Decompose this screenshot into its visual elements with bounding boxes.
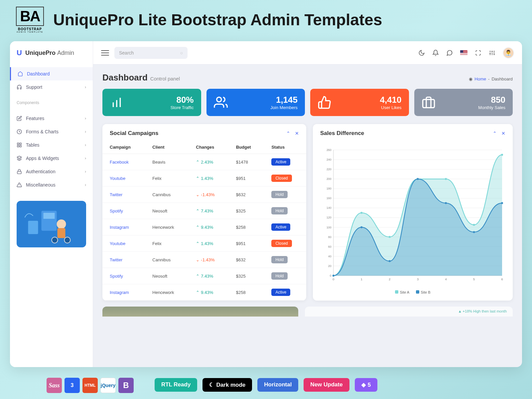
- svg-text:1: 1: [361, 277, 363, 281]
- page-subtitle: Control panel: [150, 76, 180, 81]
- messages-icon[interactable]: [446, 50, 453, 56]
- menu-toggle-button[interactable]: [101, 50, 109, 56]
- svg-rect-4: [17, 145, 19, 147]
- legend-site-a: Site A: [395, 290, 409, 294]
- svg-point-71: [501, 154, 503, 156]
- svg-text:140: 140: [327, 206, 332, 209]
- promo-card[interactable]: [17, 201, 86, 247]
- notifications-icon[interactable]: [432, 50, 439, 56]
- svg-point-76: [445, 202, 447, 204]
- new-update-pill[interactable]: New Update: [304, 378, 349, 392]
- status-badge: Hold: [271, 256, 288, 263]
- chevron-right-icon: ›: [85, 169, 86, 174]
- stat-label: User Likes: [380, 105, 401, 110]
- sidebar-item-support[interactable]: Support›: [10, 80, 93, 94]
- svg-text:20: 20: [328, 264, 332, 268]
- campaigns-table: CampaignClientChangesBudgetStatus Facebo…: [102, 141, 306, 301]
- horizontal-pill[interactable]: Horizontal: [257, 378, 298, 392]
- campaign-link[interactable]: Instagram: [102, 219, 145, 235]
- table-row: InstagramHencework⌃ 9.43%$258Active: [102, 219, 306, 235]
- svg-rect-2: [20, 143, 21, 145]
- search-icon: ○: [180, 50, 183, 56]
- campaign-link[interactable]: Twitter: [102, 187, 145, 203]
- svg-rect-5: [17, 171, 21, 174]
- close-icon[interactable]: ✕: [501, 131, 505, 136]
- table-row: InstagramHencework⌃ 9.43%$258Active: [102, 284, 306, 301]
- close-icon[interactable]: ✕: [295, 131, 299, 136]
- stat-value: 80%: [171, 95, 194, 105]
- bootstrap-icon: ◆: [361, 381, 366, 388]
- rtl-ready-pill[interactable]: RTL Ready: [155, 378, 198, 392]
- sidebar-item-miscellaneous[interactable]: Miscellaneous›: [10, 178, 93, 192]
- sidebar-item-forms-charts[interactable]: Forms & Charts›: [10, 125, 93, 138]
- sidebar-item-apps-widgets[interactable]: Apps & Widgets›: [10, 152, 93, 165]
- sidebar-item-tables[interactable]: Tables›: [10, 138, 93, 152]
- campaign-link[interactable]: Spotify: [102, 268, 145, 284]
- edit-icon: [17, 116, 22, 121]
- svg-point-77: [473, 231, 475, 233]
- stat-card-join-members[interactable]: 1,145Join Members: [206, 89, 305, 116]
- breadcrumb-current: Dashboard: [491, 76, 513, 81]
- chevron-up-icon: ⌃: [196, 290, 200, 295]
- svg-rect-10: [58, 228, 66, 238]
- breadcrumb-home[interactable]: Home: [474, 76, 486, 81]
- status-badge: Hold: [271, 191, 288, 198]
- sidebar-item-authentication[interactable]: Authentication›: [10, 165, 93, 178]
- svg-text:240: 240: [327, 158, 332, 161]
- table-row: SpotifyNeosoft⌃ 7.43%$325Hold: [102, 268, 306, 284]
- dark-mode-icon[interactable]: [418, 50, 425, 56]
- user-avatar[interactable]: 👨‍💼: [503, 47, 514, 59]
- campaign-link[interactable]: Facebook: [102, 154, 145, 170]
- campaign-link[interactable]: Instagram: [102, 284, 145, 301]
- svg-point-74: [389, 260, 391, 262]
- sidebar-item-label: Dashboard: [27, 71, 50, 76]
- stat-card-store-traffic[interactable]: 80%Store Traffic: [102, 89, 201, 116]
- search-input[interactable]: Search ○: [114, 47, 188, 59]
- chevron-up-icon: ⌃: [196, 160, 200, 165]
- dark-mode-pill[interactable]: ☾Dark mode: [202, 378, 252, 392]
- chevron-right-icon: ›: [85, 183, 86, 187]
- dashboard-icon: ◉: [469, 76, 472, 81]
- status-badge: Active: [271, 158, 290, 166]
- home-icon: [18, 71, 23, 76]
- table-row: SpotifyNeosoft⌃ 7.43%$325Hold: [102, 203, 306, 219]
- svg-rect-27: [423, 99, 434, 108]
- campaign-link[interactable]: Spotify: [102, 203, 145, 219]
- chevron-right-icon: ›: [85, 116, 86, 121]
- status-badge: Hold: [271, 272, 288, 280]
- brand[interactable]: U UniquePro Admin: [10, 41, 93, 65]
- svg-text:0: 0: [330, 274, 332, 277]
- sidebar-section-label: Components: [10, 96, 93, 109]
- sidebar-item-label: Support: [26, 84, 42, 90]
- language-flag-icon[interactable]: [460, 50, 467, 56]
- campaign-link[interactable]: Youtube: [102, 235, 145, 252]
- stat-value: 4,410: [380, 95, 401, 105]
- settings-icon[interactable]: [489, 50, 495, 56]
- stat-card-monthly-sales[interactable]: 850Monthly Sales: [414, 89, 513, 116]
- table-row: YoutubeFelix⌃ 1.43%$951Closed: [102, 170, 306, 187]
- svg-point-11: [52, 237, 58, 243]
- table-row: FacebookBeavis⌃ 2.43%$1478Active: [102, 154, 306, 170]
- stat-label: Join Members: [270, 105, 298, 110]
- campaign-link[interactable]: Youtube: [102, 170, 145, 187]
- collapse-icon[interactable]: ⌃: [493, 131, 497, 136]
- legend-site-b: Site B: [416, 290, 430, 294]
- breadcrumb: ◉ Home - Dashboard: [469, 76, 513, 81]
- page-promo-title: UniquePro Lite Bootstrap Admin Templates: [53, 11, 382, 29]
- collapse-icon[interactable]: ⌃: [286, 131, 290, 136]
- app-window: U UniquePro Admin DashboardSupport› Comp…: [10, 41, 522, 367]
- stat-value: 1,145: [270, 95, 298, 105]
- svg-point-12: [65, 237, 70, 243]
- brand-name: UniquePro: [25, 50, 56, 56]
- status-badge: Active: [271, 289, 290, 296]
- campaign-link[interactable]: Twitter: [102, 252, 145, 268]
- chevron-up-icon: ⌃: [196, 208, 200, 213]
- bootstrap-version-pill[interactable]: ◆5: [355, 378, 377, 392]
- fullscreen-icon[interactable]: [475, 50, 481, 56]
- sidebar-item-features[interactable]: Features›: [10, 112, 93, 125]
- svg-point-66: [360, 212, 362, 214]
- stat-label: Monthly Sales: [478, 105, 505, 110]
- chevron-right-icon: ›: [85, 143, 86, 147]
- sidebar-item-dashboard[interactable]: Dashboard: [10, 67, 93, 80]
- stat-card-user-likes[interactable]: 4,410User Likes: [310, 89, 409, 116]
